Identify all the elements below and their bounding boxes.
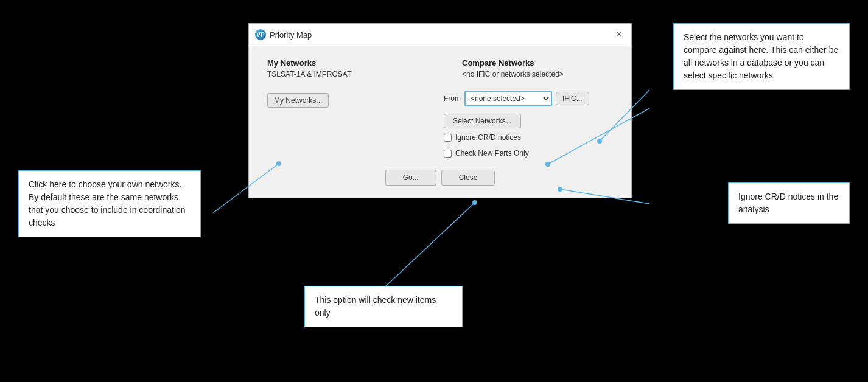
compare-controls: From <none selected> IFIC... Select Netw…	[444, 91, 613, 160]
from-select[interactable]: <none selected>	[466, 92, 551, 105]
my-networks-column: My Networks TSLSAT-1A & IMPROSAT	[267, 58, 462, 86]
app-icon: VP	[255, 29, 266, 40]
ignore-crd-label: Ignore CR/D notices	[455, 133, 521, 142]
right-column: From <none selected> IFIC... Select Netw…	[444, 91, 613, 160]
compare-networks-column: Compare Networks <no IFIC or networks se…	[462, 58, 613, 86]
select-networks-button[interactable]: Select Networks...	[444, 114, 521, 128]
from-select-wrapper: <none selected>	[464, 91, 552, 106]
ific-button[interactable]: IFIC...	[556, 92, 589, 105]
svg-line-6	[385, 203, 475, 287]
tooltip-bottom-center: This option will check new items only	[304, 286, 463, 327]
check-new-parts-row: Check New Parts Only	[444, 149, 613, 158]
check-new-parts-checkbox[interactable]	[444, 150, 452, 158]
close-icon[interactable]: ×	[613, 29, 625, 41]
my-networks-button[interactable]: My Networks...	[267, 93, 329, 108]
left-column: My Networks...	[267, 91, 444, 160]
dialog-content-area: My Networks... From <none selected> IFIC…	[267, 91, 613, 160]
my-networks-label: My Networks	[267, 58, 462, 68]
from-label: From	[444, 94, 461, 103]
networks-header: My Networks TSLSAT-1A & IMPROSAT Compare…	[267, 58, 613, 86]
priority-map-dialog: VP Priority Map × My Networks TSLSAT-1A …	[248, 23, 632, 198]
dialog-titlebar: VP Priority Map ×	[249, 24, 631, 46]
my-networks-value: TSLSAT-1A & IMPROSAT	[267, 70, 462, 78]
dialog-title: Priority Map	[270, 30, 312, 40]
compare-networks-label: Compare Networks	[462, 58, 613, 68]
close-dialog-button[interactable]: Close	[441, 170, 495, 186]
go-button[interactable]: Go...	[385, 170, 436, 186]
svg-point-7	[472, 200, 477, 205]
from-row: From <none selected> IFIC...	[444, 91, 613, 106]
ignore-crd-row: Ignore CR/D notices	[444, 133, 613, 142]
tooltip-bottom-left: Click here to choose your own networks. …	[18, 170, 201, 237]
action-row: Go... Close	[267, 170, 613, 186]
dialog-body: My Networks TSLSAT-1A & IMPROSAT Compare…	[249, 46, 631, 198]
compare-networks-value: <no IFIC or networks selected>	[462, 70, 613, 78]
check-new-parts-label: Check New Parts Only	[455, 149, 529, 158]
dialog-title-left: VP Priority Map	[255, 29, 312, 40]
tooltip-right-lower: Ignore CR/D notices in the analysis	[728, 182, 850, 224]
ignore-crd-checkbox[interactable]	[444, 134, 452, 142]
tooltip-top-right: Select the networks you want to compare …	[673, 23, 850, 90]
